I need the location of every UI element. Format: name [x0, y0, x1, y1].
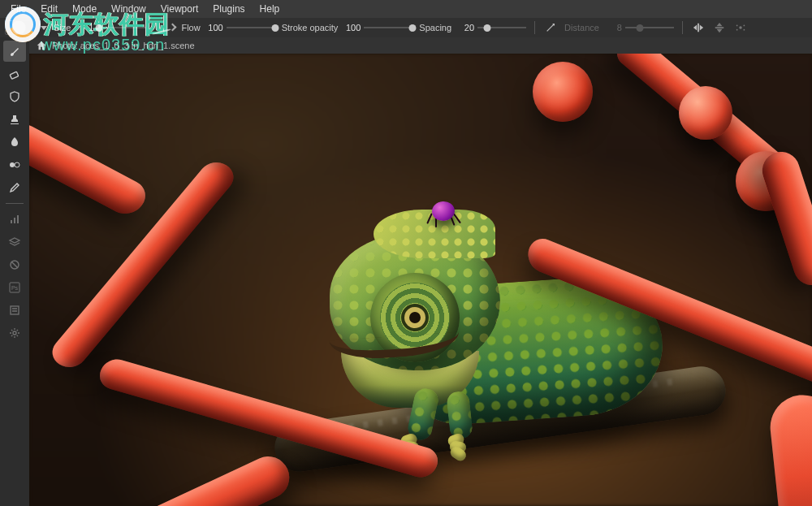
svg-point-0	[739, 26, 742, 29]
menu-help[interactable]: Help	[253, 1, 287, 17]
separator	[6, 203, 24, 204]
flow-slider[interactable]: Flow 100	[181, 23, 274, 32]
symmetry-icon[interactable]	[733, 20, 748, 35]
stroke-opacity-label: Stroke opacity	[282, 23, 339, 32]
spacing-label: Spacing	[419, 23, 451, 32]
stroke-opacity-value: 100	[341, 23, 361, 32]
brush-tool[interactable]	[3, 41, 26, 62]
svg-rect-5	[10, 71, 19, 79]
distance-label: Distance	[564, 23, 599, 32]
stroke-opacity-slider[interactable]: Stroke opacity 100	[282, 23, 413, 32]
svg-rect-10	[17, 215, 19, 223]
ps-export[interactable]: Ps	[3, 277, 26, 298]
app-root: File Edit Mode Window Viewport Plugins H…	[0, 0, 812, 506]
spacing-value: 20	[455, 23, 474, 32]
viewport[interactable]	[29, 54, 812, 506]
settings-tool[interactable]	[3, 322, 26, 344]
svg-rect-14	[11, 306, 19, 314]
flow-track[interactable]	[227, 23, 275, 32]
levels-tool[interactable]	[3, 209, 26, 230]
flow-value: 100	[204, 23, 223, 32]
stroke-opacity-track[interactable]	[364, 23, 412, 32]
svg-point-6	[10, 162, 15, 167]
watermark-url: www.pc0359.cn	[41, 36, 165, 54]
picker-tool[interactable]	[3, 177, 26, 198]
svg-rect-9	[14, 218, 15, 223]
svg-point-1	[736, 25, 738, 27]
mirror-vertical-icon[interactable]	[712, 20, 727, 35]
svg-point-3	[736, 29, 738, 31]
eraser-tool[interactable]	[3, 63, 26, 84]
clone-tool[interactable]	[3, 154, 26, 175]
scene-art	[29, 54, 812, 506]
watermark-logo-icon	[5, 6, 41, 42]
spacing-slider[interactable]: Spacing 20	[419, 23, 526, 32]
pen-pressure-icon[interactable]	[543, 20, 558, 35]
shield-tool[interactable]	[3, 86, 26, 107]
divider	[682, 21, 683, 34]
left-toolbar: Ps	[0, 37, 29, 506]
distance-slider: Distance 8	[564, 23, 674, 32]
mirror-horizontal-icon[interactable]	[691, 20, 706, 35]
no-tool[interactable]	[3, 254, 26, 275]
layers-tool[interactable]	[3, 231, 26, 253]
svg-rect-8	[11, 220, 12, 223]
notes-tool[interactable]	[3, 300, 26, 321]
svg-text:Ps: Ps	[11, 285, 19, 291]
svg-point-7	[15, 162, 19, 167]
distance-value: 8	[603, 23, 622, 32]
svg-point-4	[743, 29, 745, 31]
distance-track	[625, 23, 674, 32]
menu-plugins[interactable]: Plugins	[205, 1, 252, 17]
divider	[534, 21, 535, 34]
flow-label: Flow	[181, 23, 200, 32]
svg-point-15	[13, 331, 16, 335]
smudge-tool[interactable]	[3, 132, 26, 153]
spacing-track[interactable]	[477, 23, 526, 32]
stamp-tool[interactable]	[3, 109, 26, 130]
svg-point-2	[743, 25, 745, 27]
